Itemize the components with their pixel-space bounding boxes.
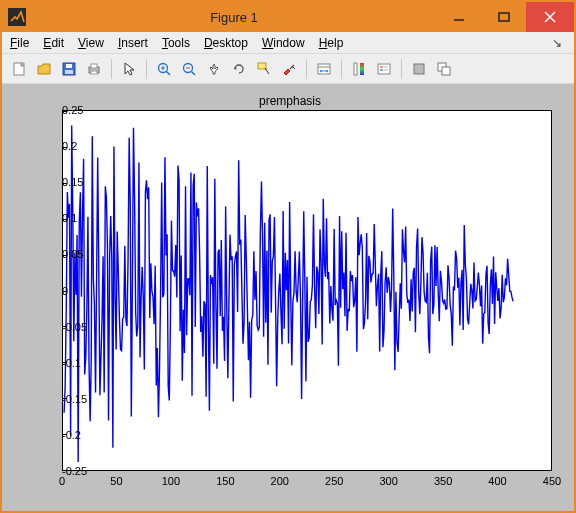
svg-rect-19 [258, 63, 266, 69]
menu-insert[interactable]: Insert [118, 36, 148, 50]
svg-line-20 [265, 68, 269, 74]
zoom-in-button[interactable] [153, 58, 175, 80]
svg-rect-27 [354, 63, 357, 75]
figure-window: Figure 1 File Edit View Insert Tools Des… [0, 0, 576, 513]
svg-line-13 [167, 71, 171, 75]
y-tick-label: -0.1 [62, 357, 68, 369]
x-tick-label: 250 [325, 471, 343, 487]
pan-button[interactable] [203, 58, 225, 80]
close-button[interactable] [526, 2, 574, 32]
toolbar [2, 54, 574, 84]
brush-button[interactable] [278, 58, 300, 80]
window-controls [436, 2, 574, 32]
y-tick-label: -0.2 [62, 429, 68, 441]
y-tick-label: 0.1 [62, 212, 68, 224]
open-button[interactable] [33, 58, 55, 80]
y-tick-label: 0.15 [62, 176, 68, 188]
window-title: Figure 1 [32, 10, 436, 25]
svg-rect-11 [91, 71, 97, 74]
link-button[interactable] [313, 58, 335, 80]
svg-rect-8 [65, 70, 73, 74]
show-tools-button[interactable] [433, 58, 455, 80]
svg-rect-34 [414, 64, 424, 74]
menu-edit[interactable]: Edit [43, 36, 64, 50]
hide-tools-button[interactable] [408, 58, 430, 80]
x-tick-label: 100 [162, 471, 180, 487]
rotate-button[interactable] [228, 58, 250, 80]
colorbar-button[interactable] [348, 58, 370, 80]
menu-file[interactable]: File [10, 36, 29, 50]
svg-rect-7 [66, 64, 72, 68]
pointer-button[interactable] [118, 58, 140, 80]
x-tick-label: 350 [434, 471, 452, 487]
menu-tools[interactable]: Tools [162, 36, 190, 50]
y-tick-label: 0 [62, 285, 68, 297]
y-tick-label: 0.25 [62, 104, 68, 116]
svg-rect-10 [91, 64, 97, 68]
x-tick-label: 300 [379, 471, 397, 487]
titlebar: Figure 1 [2, 2, 574, 32]
svg-rect-2 [499, 13, 509, 21]
svg-rect-36 [442, 67, 450, 75]
menu-window[interactable]: Window [262, 36, 305, 50]
svg-rect-29 [378, 64, 390, 74]
axes[interactable] [62, 110, 552, 471]
legend-button[interactable] [373, 58, 395, 80]
svg-rect-22 [318, 64, 330, 74]
y-tick-label: 0.2 [62, 140, 68, 152]
menu-help[interactable]: Help [319, 36, 344, 50]
print-button[interactable] [83, 58, 105, 80]
menu-view[interactable]: View [78, 36, 104, 50]
dock-icon[interactable]: ↘ [552, 36, 566, 50]
data-cursor-button[interactable] [253, 58, 275, 80]
x-tick-label: 400 [488, 471, 506, 487]
menubar: File Edit View Insert Tools Desktop Wind… [2, 32, 574, 54]
svg-line-17 [192, 71, 196, 75]
save-button[interactable] [58, 58, 80, 80]
y-tick-label: -0.05 [62, 321, 68, 333]
menu-desktop[interactable]: Desktop [204, 36, 248, 50]
x-tick-label: 0 [59, 471, 65, 487]
figure-canvas[interactable]: premphasis -0.25-0.2-0.15-0.1-0.0500.050… [2, 84, 574, 511]
signal-line [64, 126, 513, 463]
new-figure-button[interactable] [8, 58, 30, 80]
x-tick-label: 50 [110, 471, 122, 487]
x-tick-label: 200 [271, 471, 289, 487]
svg-rect-28 [360, 63, 364, 75]
chart-title: premphasis [20, 94, 560, 108]
zoom-out-button[interactable] [178, 58, 200, 80]
y-tick-label: 0.05 [62, 248, 68, 260]
x-tick-label: 450 [543, 471, 561, 487]
maximize-button[interactable] [481, 2, 526, 32]
matlab-icon [8, 8, 26, 26]
x-tick-label: 150 [216, 471, 234, 487]
minimize-button[interactable] [436, 2, 481, 32]
y-tick-label: -0.15 [62, 393, 68, 405]
